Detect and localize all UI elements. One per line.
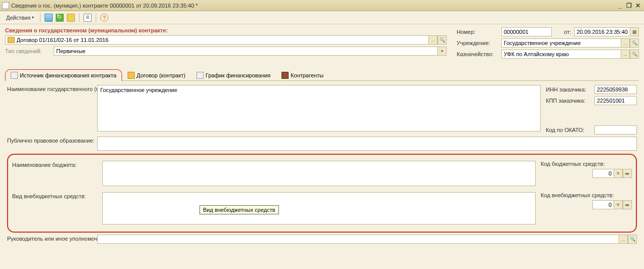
type-dropdown-button[interactable]: ▾ <box>437 47 447 56</box>
budget-code-spinner-button[interactable]: ◂▸ <box>623 169 632 178</box>
list-button[interactable] <box>83 13 93 23</box>
tab-label: График финансирования <box>206 72 270 78</box>
customer-name-textarea[interactable]: Государственное учреждение <box>97 85 541 131</box>
offbudget-code-input[interactable] <box>595 202 612 208</box>
treasury-label: Казначейство: <box>457 51 498 57</box>
offbudget-name-textarea[interactable] <box>102 192 536 225</box>
budget-name-label: Наименование бюджета: <box>12 161 98 186</box>
inn-input[interactable] <box>597 86 634 93</box>
type-field[interactable] <box>54 47 437 56</box>
export-icon <box>67 14 75 22</box>
contract-field[interactable] <box>5 35 428 44</box>
toolbar-separator <box>96 13 96 22</box>
okato-field[interactable] <box>594 125 637 134</box>
okato-input[interactable] <box>597 127 634 133</box>
briefcase-icon <box>281 72 289 79</box>
budget-code-clear-button[interactable]: ✕ <box>614 169 623 178</box>
tab-label: Источник финансирования контракта <box>20 72 116 78</box>
folder-icon <box>8 37 15 43</box>
manager-search-button[interactable]: 🔍 <box>628 235 637 244</box>
kpp-field[interactable] <box>594 96 637 105</box>
actions-dropdown[interactable]: Действия <box>3 14 37 22</box>
contract-input[interactable] <box>17 37 426 43</box>
document-icon <box>45 14 53 22</box>
tab-label: Контрагенты <box>291 72 324 78</box>
treasury-input[interactable] <box>504 51 619 57</box>
kpp-label: КПП заказчика: <box>546 98 592 104</box>
from-label: от: <box>564 29 571 35</box>
offbudget-code-spinner-button[interactable]: ◂▸ <box>623 200 632 209</box>
treasury-search-button[interactable]: 🔍 <box>630 50 639 59</box>
type-label: Тип сведений: <box>5 48 50 54</box>
budget-code-field[interactable] <box>592 169 614 178</box>
window-icon <box>2 2 9 9</box>
folder-icon <box>128 72 135 79</box>
okato-label: Код по ОКАТО: <box>546 127 592 133</box>
institution-label: Учреждение: <box>457 40 498 46</box>
budget-code-label: Код бюджетных средств: <box>541 161 605 167</box>
tab-financing-schedule[interactable]: График финансирования <box>191 69 276 81</box>
public-entity-textarea[interactable] <box>97 137 637 151</box>
offbudget-code-field[interactable] <box>592 200 614 209</box>
chart-icon <box>196 72 204 79</box>
customer-name-label: Наименование государственного (муниципал… <box>7 85 93 131</box>
actions-label: Действия <box>6 15 30 21</box>
maximize-button[interactable]: ❐ <box>625 2 633 9</box>
list-icon <box>84 14 92 22</box>
contract-search-button[interactable]: 🔍 <box>437 35 447 44</box>
number-input[interactable] <box>504 29 549 35</box>
clipboard-icon <box>11 72 18 79</box>
refresh-icon <box>56 14 64 22</box>
save-button[interactable] <box>44 13 54 23</box>
treasury-field[interactable] <box>501 50 621 59</box>
public-entity-label: Публично правовое образование: <box>7 137 93 151</box>
budget-code-input[interactable] <box>595 170 612 176</box>
help-button[interactable]: ? <box>99 13 109 23</box>
type-input[interactable] <box>56 48 435 54</box>
refresh-button[interactable] <box>55 13 65 23</box>
offbudget-name-label: Вид внебюджетных средств: <box>12 192 98 225</box>
export-button[interactable] <box>66 13 76 23</box>
number-field[interactable] <box>501 27 552 36</box>
close-button[interactable]: ✕ <box>634 2 642 9</box>
inn-label: ИНН заказчика: <box>546 86 592 93</box>
manager-field[interactable] <box>97 235 619 244</box>
institution-field[interactable] <box>501 38 621 48</box>
treasury-select-button[interactable]: ... <box>621 50 630 59</box>
toolbar-separator <box>79 13 79 22</box>
manager-label: Руководитель или иное уполномоченное лиц… <box>7 235 93 244</box>
offbudget-code-clear-button[interactable]: ✕ <box>614 200 623 209</box>
institution-search-button[interactable]: 🔍 <box>630 38 639 48</box>
tab-label: Договор (контракт) <box>137 72 185 78</box>
section-title: Сведения о государственном (муниципально… <box>5 27 447 33</box>
tab-financing-source[interactable]: Источник финансирования контракта <box>5 69 122 81</box>
tab-counterparties[interactable]: Контрагенты <box>276 69 329 81</box>
calendar-button[interactable]: ▦ <box>630 27 639 36</box>
help-icon: ? <box>100 14 108 22</box>
inn-field[interactable] <box>594 85 637 94</box>
manager-input[interactable] <box>100 236 617 242</box>
tooltip: Вид внебюджетных средств <box>199 205 279 214</box>
institution-input[interactable] <box>504 40 619 46</box>
institution-select-button[interactable]: ... <box>621 38 630 48</box>
window-title: Сведения о гос. (муницип.) контракте 000… <box>11 3 616 9</box>
contract-select-button[interactable]: ... <box>428 35 437 44</box>
toolbar-separator <box>40 13 41 22</box>
date-field[interactable] <box>574 27 630 36</box>
highlighted-section: Наименование бюджета: Код бюджетных сред… <box>7 154 637 233</box>
tab-contract[interactable]: Договор (контракт) <box>122 69 191 81</box>
kpp-input[interactable] <box>597 98 634 104</box>
number-label: Номер: <box>457 29 498 35</box>
manager-select-button[interactable]: ... <box>619 235 628 244</box>
budget-name-textarea[interactable] <box>102 161 536 186</box>
offbudget-code-label: Код внебюджетных средств: <box>541 192 614 198</box>
minimize-button[interactable]: _ <box>616 2 624 9</box>
date-input[interactable] <box>577 29 628 35</box>
